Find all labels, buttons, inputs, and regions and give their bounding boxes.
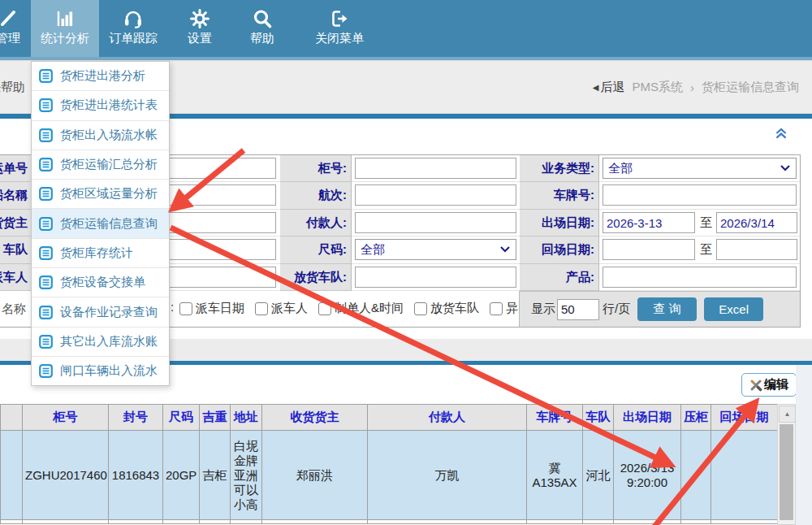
column-header[interactable]: 吉重 — [200, 405, 231, 431]
vertical-scrollbar[interactable]: ▲ — [777, 404, 796, 525]
checkbox-icon — [414, 302, 427, 315]
checkbox-abnormal[interactable]: 异 — [490, 301, 518, 316]
checkbox-icon — [490, 302, 503, 315]
nav-item-help[interactable]: 帮助 — [233, 0, 292, 57]
statistics-dropdown-menu: 货柜进出港分析 货柜进出港统计表 货柜出入场流水帐 货柜运输汇总分析 货柜区域运… — [31, 61, 170, 386]
menu-item-equipment-handover[interactable]: 货柜设备交接单 — [32, 268, 169, 297]
nav-bottom-strip — [0, 57, 812, 60]
menu-item-transport-info-query[interactable]: 货柜运输信息查询 — [32, 209, 169, 238]
return-date-from-input[interactable] — [603, 239, 695, 260]
return-date-to-input[interactable] — [716, 239, 797, 260]
column-header[interactable]: 车队 — [583, 405, 614, 431]
tools-icon — [0, 7, 19, 29]
checkbox-icon — [179, 302, 192, 315]
results-table: 柜号 封号 尺码 吉重 地址 收货货主 付款人 车牌号 车队 出场日期 压柜 回… — [0, 404, 778, 524]
back-icon: ◀ — [593, 83, 599, 92]
menu-item-transport-summary[interactable]: 货柜运输汇总分析 — [32, 150, 169, 180]
column-header[interactable]: 收货货主 — [262, 405, 368, 431]
plate-no-input[interactable] — [603, 184, 797, 206]
nav-item-statistics[interactable]: 统计分析 — [31, 0, 99, 57]
size-select[interactable]: 全部 — [355, 239, 516, 260]
exit-date-from-input[interactable] — [603, 212, 695, 233]
bar-chart-icon — [54, 7, 76, 29]
scrollbar-thumb[interactable] — [780, 424, 793, 520]
back-label: 后退 — [600, 80, 624, 95]
business-type-select[interactable]: 全部 — [603, 158, 797, 179]
field-label-size: 尺码: — [280, 236, 352, 264]
nav-item-order-tracking[interactable]: 订单跟踪 — [99, 0, 167, 57]
cell-weight: 吉柜 — [200, 431, 231, 520]
checkbox-dispatch-date[interactable]: 派车日期 — [179, 301, 244, 316]
menu-item-yard-in-out-ledger[interactable]: 货柜出入场流水帐 — [32, 121, 169, 150]
release-fleet-input[interactable] — [355, 267, 516, 288]
column-header[interactable] — [1, 405, 23, 431]
checkbox-icon — [255, 302, 268, 315]
collapse-panel-button[interactable] — [773, 126, 789, 141]
menu-item-port-in-out-report[interactable]: 货柜进出港统计表 — [32, 91, 169, 120]
nav-item-label: 管理 — [0, 31, 20, 46]
breadcrumb: ◀ 后退 PMS系统 › 货柜运输信息查询 — [593, 80, 799, 95]
tools-icon — [749, 379, 762, 392]
column-header[interactable]: 封号 — [109, 405, 163, 431]
nav-item-settings[interactable]: 设置 — [171, 0, 229, 57]
voyage-input[interactable] — [355, 184, 516, 206]
scroll-up-button[interactable]: ▲ — [779, 406, 796, 423]
column-header[interactable]: 柜号 — [23, 405, 109, 431]
doc-icon — [39, 69, 53, 83]
cell-address: 白坭金牌亚洲可以小高 — [231, 431, 262, 520]
edit-button[interactable]: 编辑 — [741, 373, 797, 397]
date-range-separator: 至 — [700, 242, 712, 258]
product-input[interactable] — [603, 267, 797, 288]
checkbox-icon — [318, 302, 331, 315]
rows-per-page-input[interactable] — [557, 299, 599, 320]
menu-item-gate-vehicle-flow[interactable]: 闸口车辆出入流水 — [32, 357, 169, 385]
doc-icon — [39, 158, 53, 171]
table-row[interactable]: ZGHU2017460 1816843 20GP 吉柜 白坭金牌亚洲可以小高 郑… — [1, 431, 778, 520]
checkbox-maker-time[interactable]: 制单人&时间 — [318, 301, 404, 316]
display-options: 派车日期 派车人 制单人&时间 放货车队 异 — [179, 301, 518, 316]
doc-icon — [39, 246, 53, 260]
field-label-container-no: 柜号: — [280, 155, 352, 182]
breadcrumb-root[interactable]: PMS系统 — [632, 80, 683, 95]
nav-item-label: 关闭菜单 — [315, 31, 364, 46]
menu-item-region-volume[interactable]: 货柜区域运量分析 — [32, 180, 169, 209]
table-row[interactable] — [1, 520, 778, 524]
column-header[interactable]: 尺码 — [163, 405, 200, 431]
chevron-down-icon — [500, 246, 510, 253]
cell-payer: 万凯 — [368, 431, 527, 520]
rows-unit-label: 行/页 — [603, 302, 630, 317]
menu-item-inventory-stats[interactable]: 货柜库存统计 — [32, 239, 169, 268]
column-header[interactable]: 出场日期 — [614, 405, 681, 431]
menu-item-equipment-work-log[interactable]: 设备作业记录查询 — [32, 297, 169, 327]
cell-seal-no: 1816843 — [109, 431, 163, 520]
cell-consignee: 郑丽洪 — [262, 431, 368, 520]
excel-button[interactable]: Excel — [704, 297, 763, 321]
payer-input[interactable] — [355, 212, 516, 233]
field-label-payer: 付款人: — [280, 210, 352, 236]
up-arrow-icon: ▲ — [784, 410, 791, 418]
menu-item-other-warehouse-ledger[interactable]: 其它出入库流水账 — [32, 328, 169, 357]
colon-separator: : — [171, 300, 174, 314]
nav-item-label: 订单跟踪 — [109, 31, 158, 46]
doc-icon — [39, 187, 53, 201]
back-button[interactable]: ◀ 后退 — [593, 80, 625, 95]
column-header[interactable]: 付款人 — [368, 405, 527, 431]
cell-exit-date: 2026/3/13 9:20:00 — [614, 431, 681, 520]
nav-item-close-menu[interactable]: 关闭菜单 — [300, 0, 378, 57]
double-chevron-up-icon — [773, 126, 789, 141]
quick-help-text: 快帮助 — [0, 80, 25, 95]
query-button[interactable]: 查 询 — [637, 297, 697, 321]
column-header[interactable]: 回场日期 — [711, 405, 778, 431]
headset-icon — [123, 7, 144, 29]
menu-item-port-in-out-analysis[interactable]: 货柜进出港分析 — [32, 62, 169, 91]
checkbox-release-fleet[interactable]: 放货车队 — [414, 301, 479, 316]
field-label-cargo-owner: 货货主 — [0, 210, 32, 236]
container-no-input[interactable] — [355, 158, 516, 179]
column-header[interactable]: 地址 — [231, 405, 262, 431]
field-label-dispatcher: 派车人 — [0, 264, 32, 291]
column-header[interactable]: 压柜 — [681, 405, 711, 431]
exit-date-to-input[interactable] — [716, 212, 797, 233]
checkbox-dispatcher[interactable]: 派车人 — [255, 301, 308, 316]
chevron-down-icon — [780, 165, 790, 171]
column-header[interactable]: 车牌号 — [527, 405, 583, 431]
